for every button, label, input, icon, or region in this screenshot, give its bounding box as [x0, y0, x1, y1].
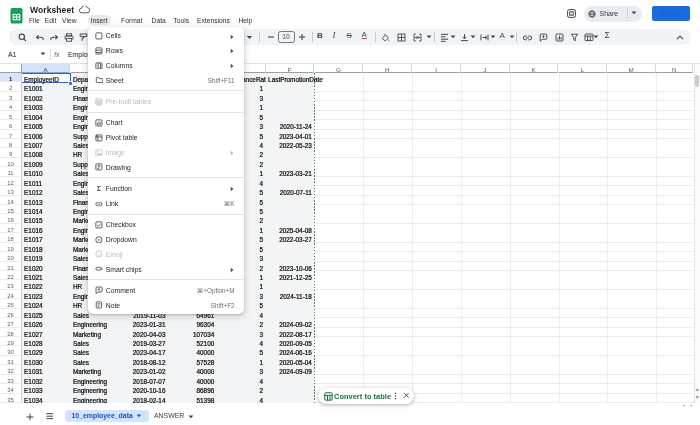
- svg-text:Σ: Σ: [97, 185, 102, 192]
